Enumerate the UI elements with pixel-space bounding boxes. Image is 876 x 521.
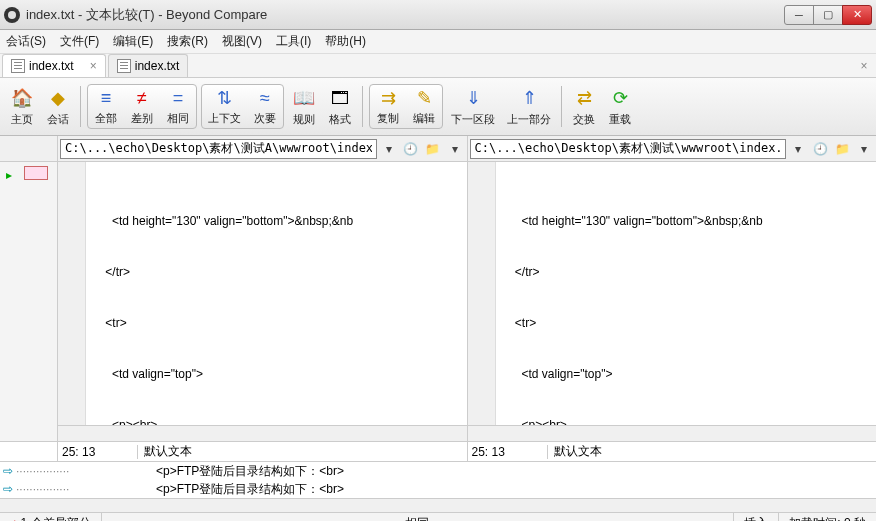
left-pane: <td height="130" valign="bottom">&nbsp;&… [58,162,468,441]
code-line: <td height="130" valign="bottom">&nbsp;&… [500,213,877,230]
right-path-cell: ▾ 🕘 📁 ▾ [468,136,877,161]
session-icon: ◆ [46,86,70,110]
next-section-icon: ⇓ [461,86,485,110]
prev-section-button[interactable]: ⇑上一部分 [501,80,557,133]
right-cursor-pos: 25: 13 [468,445,548,459]
titlebar: index.txt - 文本比较(T) - Beyond Compare ─ ▢… [0,0,876,30]
file-tab-2[interactable]: index.txt [108,54,189,77]
folder-icon[interactable]: 📁 [423,139,443,159]
tab-overflow-icon[interactable]: × [854,54,874,77]
path-row: ▾ 🕘 📁 ▾ ▾ 🕘 📁 ▾ [0,136,876,162]
swap-icon: ⇄ [572,86,596,110]
code-line: <tr> [500,315,877,332]
home-button[interactable]: 🏠主页 [4,80,40,133]
load-time: 加载时间: 0 秒 [779,513,876,521]
menu-edit[interactable]: 编辑(E) [113,33,153,50]
h-scrollbar[interactable] [468,425,877,441]
format-button[interactable]: 🗔格式 [322,80,358,133]
menubar: 会话(S) 文件(F) 编辑(E) 搜索(R) 视图(V) 工具(I) 帮助(H… [0,30,876,54]
diff-icon: ≠ [130,87,154,109]
prev-section-icon: ⇑ [517,86,541,110]
context-button[interactable]: ⇅上下文 [202,85,247,128]
diff-count: ≠1 个差异部分 [0,513,102,521]
folder-icon[interactable]: 📁 [832,139,852,159]
history-icon[interactable]: 🕘 [401,139,421,159]
menu-search[interactable]: 搜索(R) [167,33,208,50]
right-encoding: 默认文本 [548,443,602,460]
minor-button[interactable]: ≈次要 [247,85,283,128]
menu-tools[interactable]: 工具(I) [276,33,311,50]
menu-help[interactable]: 帮助(H) [325,33,366,50]
merge-arrow-icon[interactable]: ⇨ [0,482,16,496]
left-cursor-pos: 25: 13 [58,445,138,459]
code-line: <td height="130" valign="bottom">&nbsp;&… [90,213,467,230]
edit-button[interactable]: ✎编辑 [406,85,442,128]
maximize-button[interactable]: ▢ [813,5,843,25]
edit-icon: ✎ [412,87,436,109]
window-buttons: ─ ▢ ✕ [785,5,872,25]
tab-close-icon[interactable]: × [90,59,97,73]
swap-button[interactable]: ⇄交换 [566,80,602,133]
next-section-button[interactable]: ⇓下一区段 [445,80,501,133]
session-button[interactable]: ◆会话 [40,80,76,133]
code-line: <p><br> [500,417,877,425]
dropdown-icon[interactable]: ▾ [445,139,465,159]
all-icon: ≡ [94,87,118,109]
file-icon [117,59,131,73]
history-icon[interactable]: 🕘 [810,139,830,159]
right-code[interactable]: <td height="130" valign="bottom">&nbsp;&… [468,162,877,425]
compare-mode: 相同 [102,513,735,521]
code-line: </tr> [90,264,467,281]
diff-marker[interactable] [24,166,48,180]
merge-line: ⇨ ················ <p>FTP登陆后目录结构如下：<br> [0,480,876,498]
file-tab-label: index.txt [135,59,180,73]
file-icon [11,59,25,73]
left-encoding: 默认文本 [138,443,192,460]
app-icon [4,7,20,23]
overview-gutter[interactable]: ▸ [0,162,58,441]
status-bar: ≠1 个差异部分 相同 插入 加载时间: 0 秒 [0,512,876,521]
rules-button[interactable]: 📖规则 [286,80,322,133]
code-line: <tr> [90,315,467,332]
menu-view[interactable]: 视图(V) [222,33,262,50]
file-tab-label: index.txt [29,59,74,73]
toolbar: 🏠主页 ◆会话 ≡全部 ≠差别 =相同 ⇅上下文 ≈次要 📖规则 🗔格式 ⇉复制… [0,78,876,136]
copy-button[interactable]: ⇉复制 [370,85,406,128]
merge-arrow-icon[interactable]: ⇨ [0,464,16,478]
code-line: <td valign="top"> [500,366,877,383]
h-scrollbar[interactable] [58,425,467,441]
window-title: index.txt - 文本比较(T) - Beyond Compare [26,6,785,24]
left-code[interactable]: <td height="130" valign="bottom">&nbsp;&… [58,162,467,425]
dropdown-icon[interactable]: ▾ [788,139,808,159]
dropdown-icon[interactable]: ▾ [854,139,874,159]
same-button[interactable]: =相同 [160,85,196,128]
insert-mode: 插入 [734,513,779,521]
left-path-input[interactable] [60,139,377,159]
minimize-button[interactable]: ─ [784,5,814,25]
rules-icon: 📖 [292,86,316,110]
not-equal-icon: ≠ [10,517,17,522]
collapse-icon[interactable]: ▸ [6,168,12,182]
h-scrollbar[interactable] [0,498,876,512]
editor-area: ▸ <td height="130" valign="bottom">&nbsp… [0,162,876,441]
close-button[interactable]: ✕ [842,5,872,25]
right-pane: <td height="130" valign="bottom">&nbsp;&… [468,162,877,441]
code-line: </tr> [500,264,877,281]
same-icon: = [166,87,190,109]
menu-session[interactable]: 会话(S) [6,33,46,50]
pane-status: 25: 13 默认文本 25: 13 默认文本 [0,441,876,461]
reload-icon: ⟳ [608,86,632,110]
diff-button[interactable]: ≠差别 [124,85,160,128]
file-tab-1[interactable]: index.txt × [2,54,106,77]
code-line: <p><br> [90,417,467,425]
right-path-input[interactable] [470,139,787,159]
copy-icon: ⇉ [376,87,400,109]
reload-button[interactable]: ⟳重载 [602,80,638,133]
context-icon: ⇅ [213,87,237,109]
merge-line: ⇨ ················ <p>FTP登陆后目录结构如下：<br> [0,462,876,480]
menu-file[interactable]: 文件(F) [60,33,99,50]
dropdown-icon[interactable]: ▾ [379,139,399,159]
code-line: <td valign="top"> [90,366,467,383]
merge-preview: ⇨ ················ <p>FTP登陆后目录结构如下：<br> … [0,461,876,512]
all-button[interactable]: ≡全部 [88,85,124,128]
